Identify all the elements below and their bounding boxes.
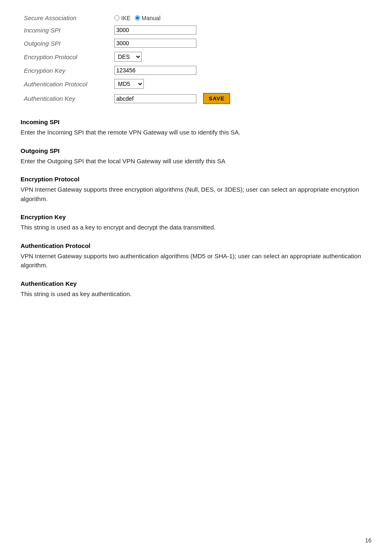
field-outgoing-spi xyxy=(111,37,233,50)
field-secure-association: IKE Manual xyxy=(111,12,233,23)
radio-ike-label[interactable]: IKE xyxy=(114,15,131,21)
label-auth-key: Authentication Key xyxy=(21,91,111,106)
help-item-auth-key: Authentication Key This string is used a… xyxy=(21,280,371,299)
help-item-auth-protocol: Authentication Protocol VPN Internet Gat… xyxy=(21,242,371,270)
radio-group-secure-association: IKE Manual xyxy=(114,15,230,21)
form-table: Secure Association IKE Manual xyxy=(21,12,233,106)
form-row-outgoing-spi: Outgoing SPI xyxy=(21,37,233,50)
select-encryption-protocol[interactable]: DES Null 3DES xyxy=(114,52,142,62)
label-encryption-key: Encryption Key xyxy=(21,64,111,77)
field-auth-key: Save xyxy=(111,91,233,106)
radio-manual-text: Manual xyxy=(142,15,161,21)
help-desc-auth-key: This string is used as key authenticatio… xyxy=(21,290,371,299)
help-desc-encryption-key: This string is used as a key to encrypt … xyxy=(21,223,371,232)
input-encryption-key[interactable] xyxy=(114,66,196,75)
help-item-incoming-spi: Incoming SPI Enter the Incoming SPI that… xyxy=(21,118,371,137)
help-title-encryption-protocol: Encryption Protocol xyxy=(21,176,371,183)
field-encryption-key xyxy=(111,64,233,77)
field-auth-protocol: MD5 SHA-1 xyxy=(111,77,233,91)
radio-ike[interactable] xyxy=(114,15,120,21)
help-title-auth-protocol: Authentication Protocol xyxy=(21,242,371,249)
label-outgoing-spi: Outgoing SPI xyxy=(21,37,111,50)
help-title-auth-key: Authentication Key xyxy=(21,280,371,287)
form-section: Secure Association IKE Manual xyxy=(21,12,371,106)
form-row-auth-protocol: Authentication Protocol MD5 SHA-1 xyxy=(21,77,233,91)
save-button[interactable]: Save xyxy=(203,93,230,104)
help-desc-encryption-protocol: VPN Internet Gateway supports three encr… xyxy=(21,185,371,204)
form-row-auth-key: Authentication Key Save xyxy=(21,91,233,106)
form-row-secure-association: Secure Association IKE Manual xyxy=(21,12,233,23)
page-number: 16 xyxy=(365,537,371,544)
help-desc-auth-protocol: VPN Internet Gateway supports two authen… xyxy=(21,252,371,270)
help-title-encryption-key: Encryption Key xyxy=(21,213,371,220)
label-encryption-protocol: Encryption Protocol xyxy=(21,50,111,64)
help-title-incoming-spi: Incoming SPI xyxy=(21,118,371,125)
input-incoming-spi[interactable] xyxy=(114,25,196,35)
input-auth-key[interactable] xyxy=(114,94,196,103)
help-section: Incoming SPI Enter the Incoming SPI that… xyxy=(21,118,371,299)
help-desc-incoming-spi: Enter the Incoming SPI that the remote V… xyxy=(21,128,371,137)
field-incoming-spi xyxy=(111,23,233,37)
form-row-encryption-protocol: Encryption Protocol DES Null 3DES xyxy=(21,50,233,64)
radio-manual[interactable] xyxy=(135,15,140,21)
help-item-encryption-key: Encryption Key This string is used as a … xyxy=(21,213,371,232)
form-row-encryption-key: Encryption Key xyxy=(21,64,233,77)
select-auth-protocol[interactable]: MD5 SHA-1 xyxy=(114,79,144,89)
help-title-outgoing-spi: Outgoing SPI xyxy=(21,147,371,154)
input-outgoing-spi[interactable] xyxy=(114,39,196,48)
label-auth-protocol: Authentication Protocol xyxy=(21,77,111,91)
help-desc-outgoing-spi: Enter the Outgoing SPI that the local VP… xyxy=(21,157,371,166)
radio-manual-label[interactable]: Manual xyxy=(135,15,161,21)
radio-ike-text: IKE xyxy=(121,15,131,21)
field-encryption-protocol: DES Null 3DES xyxy=(111,50,233,64)
help-item-outgoing-spi: Outgoing SPI Enter the Outgoing SPI that… xyxy=(21,147,371,166)
label-secure-association: Secure Association xyxy=(21,12,111,23)
form-row-incoming-spi: Incoming SPI xyxy=(21,23,233,37)
help-item-encryption-protocol: Encryption Protocol VPN Internet Gateway… xyxy=(21,176,371,204)
label-incoming-spi: Incoming SPI xyxy=(21,23,111,37)
